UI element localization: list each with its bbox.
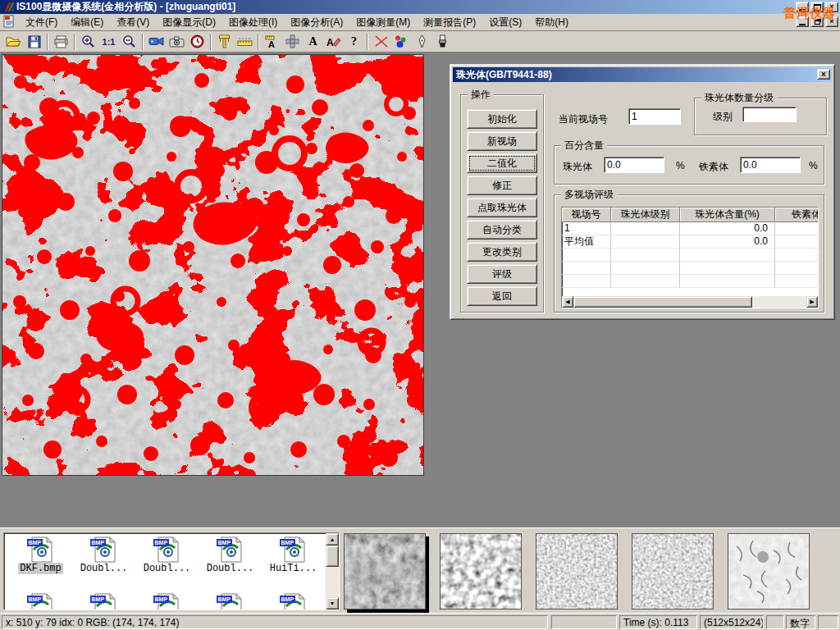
file-item[interactable]: BMP — [135, 593, 199, 610]
text-icon[interactable]: A — [303, 32, 323, 51]
scroll-up-icon[interactable]: ▲ — [326, 533, 339, 546]
menu-help[interactable]: 帮助(H) — [528, 14, 575, 31]
annotate-icon[interactable]: A — [323, 32, 344, 51]
menu-image-display[interactable]: 图像显示(D) — [156, 14, 222, 31]
return-button[interactable]: 返回 — [467, 286, 537, 306]
col-pearlite-content[interactable]: 珠光体含量(%) — [680, 208, 775, 222]
operation-group-label: 操作 — [468, 89, 494, 100]
menu-view[interactable]: 查看(V) — [110, 14, 156, 31]
actual-size-icon[interactable]: 1:1 — [98, 32, 119, 51]
table-horizontal-scrollbar[interactable]: ◀ ▶ — [562, 296, 818, 308]
save-icon[interactable] — [24, 32, 44, 51]
micrograph-image[interactable] — [2, 54, 424, 476]
thumbnail-2[interactable] — [440, 533, 522, 609]
zoom-out-icon[interactable] — [119, 32, 139, 51]
bmp-file-icon: BMP — [280, 536, 308, 563]
application-window: { "window": { "title": "IS100显微摄像系统(金相分析… — [0, 0, 840, 630]
grading-group: 珠光体数量分级 级别 — [694, 98, 827, 135]
cell-pearlite-grade — [611, 222, 680, 235]
menu-edit[interactable]: 编辑(E) — [64, 14, 110, 31]
auto-classify-button[interactable]: 自动分类 — [467, 220, 537, 240]
brush-icon[interactable] — [432, 32, 453, 51]
file-name[interactable]: Doubl... — [205, 563, 256, 574]
table-row[interactable]: 平均值 0.0 — [562, 235, 819, 249]
file-item[interactable]: BMP Doubl... — [135, 536, 199, 574]
video-camera-icon[interactable] — [146, 32, 167, 51]
zoom-in-icon[interactable] — [78, 32, 98, 51]
toolbar-separator — [258, 34, 259, 50]
menu-image-measure[interactable]: 图像测量(M) — [349, 14, 417, 31]
change-class-button[interactable]: 更改类别 — [467, 242, 537, 262]
col-field-number[interactable]: 视场号 — [562, 208, 611, 222]
bmp-badge: BMP — [90, 539, 107, 546]
status-image-size: (512x512x24) — [700, 615, 764, 629]
new-field-button[interactable]: 新视场 — [467, 131, 537, 151]
col-pearlite-grade[interactable]: 珠光体级别 — [611, 208, 680, 222]
print-icon[interactable] — [51, 32, 71, 51]
toolbar-separator — [367, 34, 368, 50]
status-empty-panel — [551, 615, 617, 629]
camera-icon[interactable] — [167, 32, 187, 51]
file-item[interactable]: BMP — [199, 593, 262, 610]
caliper-icon[interactable] — [214, 32, 235, 51]
dialog-close-icon[interactable]: × — [817, 69, 830, 80]
current-field-input[interactable]: 1 — [628, 108, 681, 125]
menu-image-analysis[interactable]: 图像分析(A) — [284, 14, 349, 31]
thumbnail-3[interactable] — [536, 533, 618, 609]
menu-file[interactable]: 文件(F) — [19, 14, 64, 31]
scrollbar-thumb[interactable] — [573, 296, 752, 308]
curve-tool-icon[interactable] — [371, 32, 391, 51]
file-name[interactable]: DKF.bmp — [18, 563, 62, 574]
pearlite-percent-input[interactable]: 0.0 — [604, 157, 664, 173]
scroll-right-icon[interactable]: ▶ — [806, 296, 818, 308]
file-item[interactable]: BMP DKF.bmp — [9, 536, 72, 574]
menu-report[interactable]: 测量报告(P) — [417, 14, 482, 31]
grid-icon[interactable] — [282, 32, 303, 51]
correct-button[interactable]: 修正 — [467, 176, 537, 195]
cell-field-number: 1 — [562, 222, 611, 235]
document-icon[interactable] — [3, 15, 16, 30]
bmp-file-icon: BMP — [27, 536, 55, 563]
status-empty-panel — [818, 615, 838, 629]
file-name[interactable]: Doubl... — [79, 563, 130, 574]
grade-level-input[interactable] — [742, 107, 797, 122]
binarize-button[interactable]: 二值化 — [467, 153, 537, 173]
file-item[interactable]: BMP Doubl... — [199, 536, 262, 574]
col-ferrite-content[interactable]: 铁素体含量(%) — [775, 208, 819, 222]
menu-image-process[interactable]: 图像处理(I) — [222, 14, 284, 31]
phase-mark-icon[interactable] — [391, 32, 412, 51]
app-icon — [2, 2, 14, 15]
file-item[interactable]: BMP HuiTi... — [262, 536, 325, 574]
thumbnail-5[interactable] — [728, 533, 810, 609]
thumbnail-4[interactable] — [632, 533, 714, 609]
table-row[interactable]: 1 0.0 — [562, 222, 819, 235]
open-icon[interactable] — [3, 32, 24, 51]
ruler-icon[interactable] — [235, 32, 255, 51]
status-time: Time (s): 0.113 — [619, 615, 697, 629]
workspace: 珠光体(GB/T9441-88) × 操作 初始化 新视场 二值化 修正 点取珠… — [0, 52, 840, 527]
pen-tool-icon[interactable] — [412, 32, 432, 51]
file-name[interactable]: HuiTi... — [268, 563, 319, 574]
window-title: IS100显微摄像系统(金相分析版) - [zhuguangti01] — [16, 0, 235, 14]
file-item[interactable]: BMP — [262, 593, 325, 610]
initialize-button[interactable]: 初始化 — [467, 109, 537, 129]
file-item[interactable]: BMP — [9, 593, 72, 610]
measure-text-icon[interactable]: A — [262, 32, 282, 51]
pick-pearlite-button[interactable]: 点取珠光体 — [467, 198, 537, 217]
scroll-down-icon[interactable]: ▼ — [326, 597, 339, 609]
grade-button[interactable]: 评级 — [467, 264, 537, 284]
file-name[interactable]: Doubl... — [142, 563, 193, 574]
bmp-file-icon: BMP — [280, 593, 308, 610]
thumbnail-1[interactable] — [344, 533, 426, 609]
help-icon[interactable]: ? — [344, 32, 364, 51]
status-bar: x: 510 y: 79 idx: 0 RGB: (174, 174, 174)… — [0, 613, 840, 630]
clock-icon[interactable] — [187, 32, 208, 51]
menu-settings[interactable]: 设置(S) — [482, 14, 528, 31]
file-item[interactable]: BMP — [72, 593, 135, 610]
file-item[interactable]: BMP Doubl... — [72, 536, 135, 574]
file-browser-scrollbar[interactable]: ▲ ▼ — [326, 533, 339, 609]
scrollbar-thumb[interactable] — [326, 546, 339, 567]
scroll-left-icon[interactable]: ◀ — [562, 296, 573, 308]
dialog-title-bar[interactable]: 珠光体(GB/T9441-88) × — [453, 67, 832, 82]
ferrite-percent-input[interactable]: 0.0 — [740, 157, 801, 173]
